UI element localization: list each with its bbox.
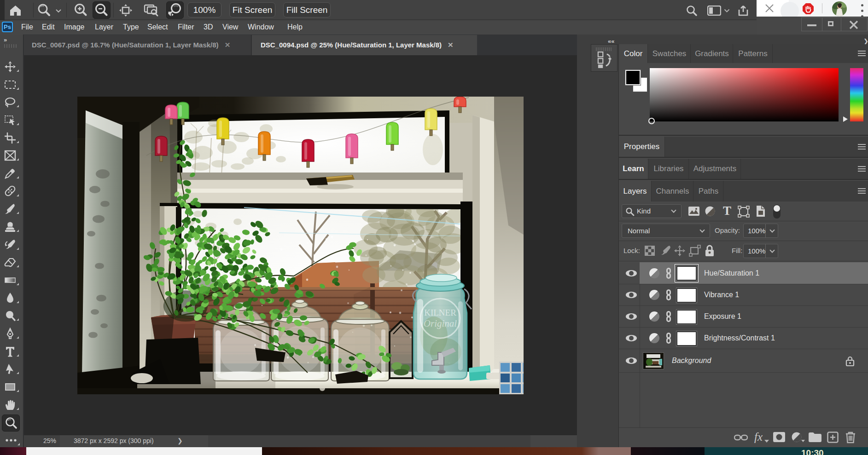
svg-text:Original: Original <box>424 318 457 329</box>
svg-text:KILNER: KILNER <box>424 308 456 317</box>
